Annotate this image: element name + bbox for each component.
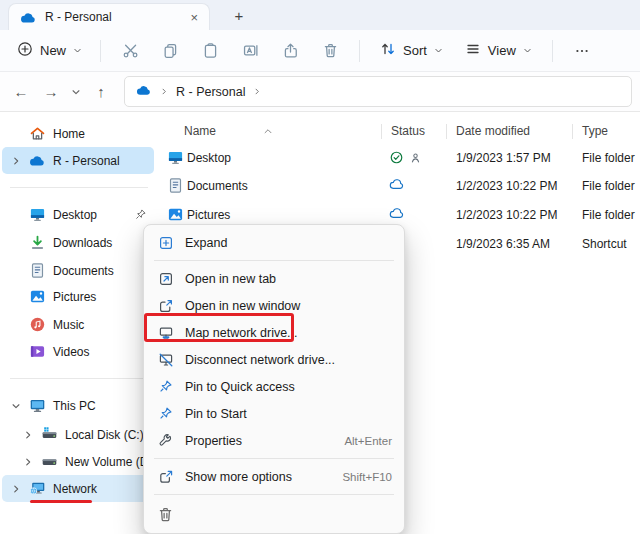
- music-icon: [29, 316, 46, 333]
- sidebar-item-home[interactable]: Home: [2, 120, 154, 147]
- this-pc-icon: [29, 397, 46, 414]
- file-name: Pictures: [187, 208, 230, 222]
- breadcrumb[interactable]: R - Personal: [124, 76, 632, 107]
- menu-shortcut: Shift+F10: [342, 471, 392, 483]
- annotation-box-map-network-drive: [144, 313, 294, 342]
- sidebar-item-network[interactable]: Network: [2, 475, 154, 502]
- sidebar-item-pictures[interactable]: Pictures: [2, 283, 154, 310]
- cut-button[interactable]: [110, 35, 150, 67]
- sidebar-item-downloads[interactable]: Downloads: [2, 229, 154, 256]
- menu-item-open-in-new-tab[interactable]: Open in new tab: [148, 265, 400, 292]
- sort-button[interactable]: Sort: [371, 35, 452, 66]
- menu-item-label: Expand: [185, 236, 227, 250]
- type-cell: Shortcut: [582, 237, 627, 251]
- indent-spacer: [10, 128, 22, 140]
- back-button[interactable]: ←: [6, 77, 36, 107]
- file-row-desktop[interactable]: Desktop 1/9/2023 1:57 PM File folder: [160, 144, 640, 172]
- sidebar-item-label: Downloads: [53, 236, 112, 250]
- menu-separator: [154, 458, 394, 459]
- column-header-type[interactable]: Type: [582, 124, 608, 138]
- up-button[interactable]: ↑: [86, 77, 116, 107]
- menu-separator: [154, 494, 394, 495]
- menu-item-pin-to-start[interactable]: Pin to Start: [148, 400, 400, 427]
- command-bar: New Sort: [0, 30, 640, 72]
- onedrive-icon: [29, 152, 46, 169]
- desktop-icon: [167, 149, 184, 169]
- indent-spacer: [10, 209, 22, 221]
- sidebar-item-label: Music: [53, 318, 84, 332]
- menu-item-label: Pin to Start: [185, 407, 247, 421]
- new-button-label: New: [40, 43, 66, 58]
- breadcrumb-segment[interactable]: R - Personal: [176, 85, 245, 99]
- file-row-documents[interactable]: Documents 1/2/2023 10:22 PM File folder: [160, 172, 640, 200]
- paste-button[interactable]: [190, 35, 230, 67]
- chevron-right-icon[interactable]: [22, 456, 34, 468]
- sidebar-separator: [10, 187, 148, 188]
- desktop-icon: [29, 206, 46, 223]
- column-headers: Name Status Date modified Type: [160, 121, 640, 143]
- date-modified-cell: 1/2/2023 10:22 PM: [456, 208, 557, 222]
- file-explorer-window: R - Personal × + New: [0, 0, 640, 534]
- sidebar-item-local-disk-c[interactable]: Local Disk (C:): [2, 421, 154, 448]
- menu-item-label: Open in new window: [185, 299, 300, 313]
- tab-r-personal[interactable]: R - Personal ×: [8, 3, 210, 30]
- new-tab-button[interactable]: +: [228, 4, 250, 26]
- chevron-right-icon[interactable]: [10, 483, 22, 495]
- view-button[interactable]: View: [456, 35, 541, 66]
- file-name: Desktop: [187, 151, 231, 165]
- menu-item-label: Disconnect network drive...: [185, 353, 335, 367]
- forward-button[interactable]: →: [36, 77, 66, 107]
- indent-spacer: [10, 237, 22, 249]
- sidebar-item-music[interactable]: Music: [2, 311, 154, 338]
- delete-button[interactable]: [310, 35, 350, 67]
- column-header-status[interactable]: Status: [391, 124, 425, 138]
- column-divider[interactable]: [381, 124, 382, 139]
- sidebar-item-label: R - Personal: [53, 154, 120, 168]
- status-cell: [389, 178, 405, 193]
- menu-item-show-more-options[interactable]: Show more options Shift+F10: [148, 463, 400, 490]
- column-divider[interactable]: [446, 124, 447, 139]
- date-modified-cell: 1/2/2023 10:22 PM: [456, 179, 557, 193]
- sidebar-separator: [10, 378, 148, 379]
- sidebar-item-documents[interactable]: Documents: [2, 257, 154, 284]
- menu-item-delete[interactable]: [148, 499, 400, 529]
- tab-close-icon[interactable]: ×: [185, 11, 203, 24]
- column-divider[interactable]: [572, 124, 573, 139]
- pin-icon: [134, 207, 147, 225]
- chevron-down-icon: [434, 43, 443, 58]
- column-header-name[interactable]: Name: [184, 124, 216, 138]
- network-icon: [29, 480, 46, 497]
- sidebar-item-new-volume-d[interactable]: New Volume (D:): [2, 448, 154, 475]
- menu-item-disconnect-network-drive[interactable]: Disconnect network drive...: [148, 346, 400, 373]
- menu-item-properties[interactable]: Properties Alt+Enter: [148, 427, 400, 454]
- recent-locations-button[interactable]: [66, 77, 86, 107]
- chevron-down-icon[interactable]: [10, 400, 22, 412]
- toolbar-divider: [359, 40, 360, 62]
- menu-item-label: Show more options: [185, 470, 292, 484]
- menu-item-label: Open in new tab: [185, 272, 276, 286]
- disk-icon: [41, 453, 58, 470]
- new-button[interactable]: New: [8, 35, 91, 66]
- column-header-date-modified[interactable]: Date modified: [456, 124, 530, 138]
- share-button[interactable]: [270, 35, 310, 67]
- more-options-button[interactable]: [562, 35, 602, 67]
- menu-item-pin-to-quick-access[interactable]: Pin to Quick access: [148, 373, 400, 400]
- sidebar-item-r-personal[interactable]: R - Personal: [2, 147, 154, 174]
- disconnect-network-drive-icon: [157, 351, 174, 368]
- titlebar: R - Personal × +: [0, 0, 640, 30]
- cloud-icon: [389, 207, 405, 222]
- pictures-icon: [167, 206, 184, 226]
- sidebar-item-this-pc[interactable]: This PC: [2, 392, 154, 419]
- cloud-icon: [389, 178, 405, 193]
- chevron-right-icon[interactable]: [10, 155, 22, 167]
- sort-button-label: Sort: [403, 43, 427, 58]
- sidebar-item-videos[interactable]: Videos: [2, 338, 154, 365]
- toolbar-divider: [552, 40, 553, 62]
- sidebar-item-desktop[interactable]: Desktop: [2, 201, 154, 228]
- rename-button[interactable]: [230, 35, 270, 67]
- pin-icon: [157, 405, 174, 422]
- chevron-right-icon[interactable]: [22, 429, 34, 441]
- menu-item-expand[interactable]: Expand: [148, 229, 400, 256]
- copy-button[interactable]: [150, 35, 190, 67]
- onedrive-icon: [136, 84, 152, 99]
